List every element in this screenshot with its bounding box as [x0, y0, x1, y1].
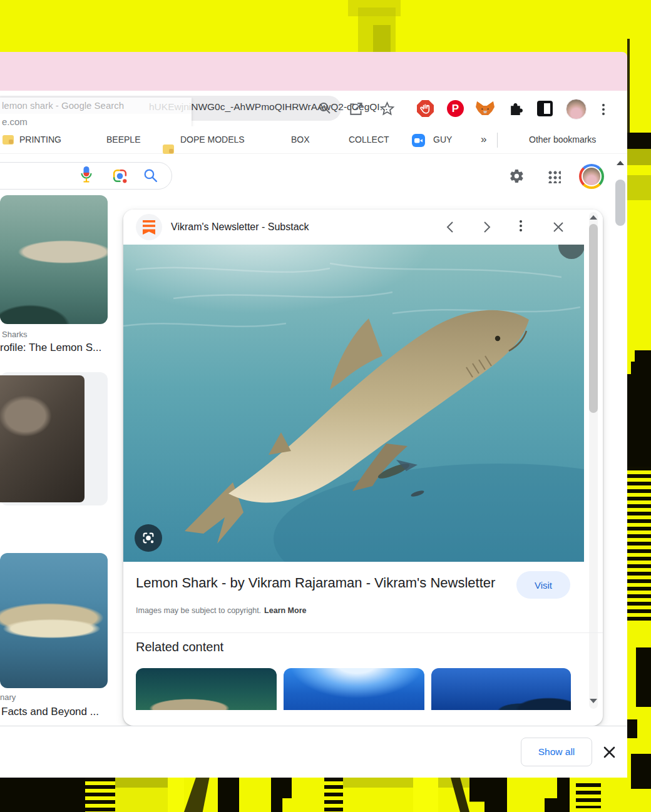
scrollbar-thumb[interactable]	[615, 180, 625, 226]
share-icon[interactable]	[348, 101, 364, 117]
bookmarks-bar: PRINTING BEEPLE DOPE MODELS BOX COLLECT …	[0, 126, 627, 154]
bookmark-beeple[interactable]: BEEPLE	[106, 134, 140, 145]
bookmark-guy[interactable]: GUY	[433, 134, 452, 145]
substack-favicon	[136, 214, 162, 240]
wallpaper-block	[627, 719, 637, 738]
result-card[interactable]	[0, 372, 108, 505]
show-all-button[interactable]: Show all	[521, 738, 592, 766]
wallpaper-block	[168, 778, 184, 812]
related-thumbnail[interactable]	[136, 668, 277, 710]
wallpaper-block	[271, 778, 292, 812]
bookmarks-overflow-chevron[interactable]: »	[481, 133, 486, 146]
image-detail-panel: Vikram's Newsletter - Substack	[123, 210, 603, 726]
wallpaper-block	[631, 754, 651, 789]
browser-titlebar: mon shark - Google Search Charizard | Po…	[0, 52, 627, 91]
related-thumbnail[interactable]	[284, 668, 424, 710]
wallpaper-block	[627, 467, 651, 624]
result-source: Sharks	[2, 330, 27, 339]
bookmark-printing[interactable]: PRINTING	[19, 134, 61, 145]
result-thumbnail[interactable]	[0, 375, 85, 502]
panel-close-button[interactable]	[551, 220, 565, 234]
desktop: mon shark - Google Search Charizard | Po…	[0, 0, 651, 812]
result-title[interactable]: Facts and Beyond ...	[1, 706, 109, 718]
wallpaper-block	[469, 778, 507, 812]
lemon-shark-image[interactable]	[123, 245, 584, 562]
wallpaper-block	[184, 778, 218, 812]
image-title: Lemon Shark - by Vikram Rajaraman - Vikr…	[136, 575, 505, 591]
bookmarks-divider	[497, 133, 498, 148]
bookmark-dope-models[interactable]: DOPE MODELS	[180, 134, 245, 145]
wallpaper-block	[627, 39, 630, 133]
wallpaper-block	[627, 374, 651, 467]
settings-gear-icon[interactable]	[509, 168, 525, 184]
bookmark-star-icon[interactable]	[379, 101, 395, 116]
copyright-note: Images may be subject to copyright.Learn…	[136, 606, 307, 615]
panel-source-title: Vikram's Newsletter - Substack	[171, 210, 434, 245]
browser-toolbar: hUKEwjniNWG0c_-AhWPmoQIHRWrAAwQ2-cCegQI.…	[0, 91, 627, 126]
folder-icon	[3, 135, 14, 145]
panel-divider	[123, 632, 603, 633]
google-apps-grid-icon[interactable]	[547, 170, 561, 183]
search-inside-image-lens-button[interactable]	[135, 524, 162, 552]
folder-icon	[163, 145, 174, 154]
wallpaper-block	[627, 133, 651, 149]
zoom-app-icon	[412, 134, 425, 147]
panel-scroll-down-arrow[interactable]	[590, 699, 597, 703]
wallpaper-block	[631, 362, 651, 374]
related-thumbnail[interactable]	[431, 668, 571, 710]
bookmark-box[interactable]: BOX	[291, 134, 310, 145]
wallpaper-block	[627, 149, 651, 165]
pinterest-icon[interactable]: P	[447, 100, 464, 117]
bookmark-collect[interactable]: COLLECT	[349, 134, 389, 145]
next-image-button[interactable]	[479, 220, 493, 234]
previous-image-button[interactable]	[444, 220, 458, 234]
footer-close-button[interactable]	[602, 745, 617, 759]
mic-icon[interactable]	[80, 166, 93, 185]
wallpaper-block	[627, 175, 651, 200]
wallpaper-block	[636, 647, 651, 707]
search-icon[interactable]	[143, 168, 158, 183]
images-footer-bar: Show all	[0, 726, 627, 778]
google-account-avatar[interactable]	[579, 164, 604, 189]
wallpaper-block	[218, 778, 239, 812]
related-content-heading: Related content	[136, 640, 223, 654]
result-thumbnail[interactable]	[0, 195, 108, 324]
result-title[interactable]: rofile: The Lemon S...	[0, 342, 108, 354]
pinterest-letter: P	[452, 103, 459, 115]
panel-scrollbar-thumb[interactable]	[589, 224, 598, 413]
contrast-extension-icon[interactable]	[537, 101, 553, 116]
tooltip-ghost-text: lemon shark - Google Search	[2, 100, 190, 111]
extensions-puzzle-icon[interactable]	[508, 101, 524, 116]
wallpaper-block	[576, 783, 601, 808]
panel-menu-kebab[interactable]	[520, 218, 522, 233]
page-scrollbar[interactable]	[613, 155, 627, 726]
metamask-fox-icon[interactable]	[476, 100, 495, 118]
wallpaper-block	[115, 778, 168, 812]
scroll-up-arrow[interactable]	[617, 161, 624, 165]
result-thumbnail[interactable]	[0, 553, 108, 688]
panel-header: Vikram's Newsletter - Substack	[123, 210, 603, 245]
zoom-out-icon[interactable]	[318, 101, 332, 115]
browser-menu-kebab[interactable]	[602, 102, 605, 117]
wallpaper-block	[0, 778, 85, 812]
other-bookmarks[interactable]: Other bookmarks	[529, 134, 596, 145]
wallpaper-block	[545, 778, 570, 812]
profile-avatar[interactable]	[566, 99, 587, 119]
wallpaper-block	[324, 778, 343, 812]
visit-button[interactable]: Visit	[516, 571, 570, 599]
result-source: nary	[0, 693, 16, 702]
wallpaper-block	[85, 778, 115, 812]
wallpaper-block	[373, 25, 391, 53]
learn-more-link[interactable]: Learn More	[264, 606, 306, 615]
wallpaper-block	[635, 350, 651, 362]
panel-scroll-up-arrow[interactable]	[590, 215, 597, 220]
google-lens-icon[interactable]	[111, 168, 128, 185]
wallpaper-block	[413, 778, 438, 812]
